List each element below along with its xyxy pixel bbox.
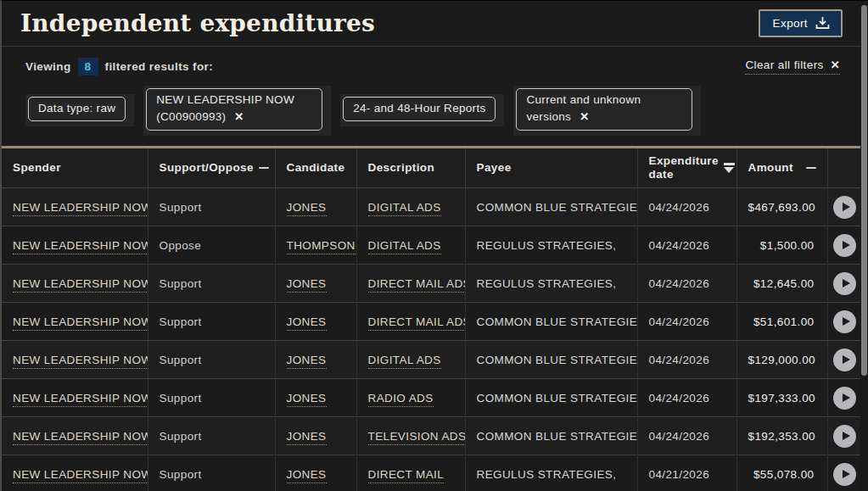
- column-header-candidate[interactable]: Candidate: [275, 148, 356, 188]
- expenditures-table: SpenderSupport/OpposeCandidateDescriptio…: [2, 148, 862, 491]
- column-header-expenditure-date[interactable]: Expenditure date: [637, 148, 736, 188]
- support-oppose-cell: Support: [148, 417, 275, 455]
- vertical-scrollbar[interactable]: [860, 1, 868, 491]
- description-link[interactable]: DIGITAL ADS: [368, 354, 441, 369]
- download-icon: [815, 16, 830, 30]
- filter-tag-box: NEW LEADERSHIP NOW (C00900993)✕: [146, 88, 322, 131]
- payee-cell: COMMON BLUE STRATEGIES,: [465, 341, 637, 379]
- candidate-cell: JONES: [275, 379, 356, 417]
- spender-link[interactable]: NEW LEADERSHIP NOW: [13, 354, 148, 369]
- description-link[interactable]: DIRECT MAIL: [368, 468, 445, 483]
- expand-cell: [827, 455, 862, 491]
- spender-cell: NEW LEADERSHIP NOW: [2, 455, 148, 491]
- candidate-link[interactable]: JONES: [287, 354, 327, 369]
- expenditure-date-cell: 04/24/2026: [637, 341, 736, 379]
- spender-link[interactable]: NEW LEADERSHIP NOW: [13, 239, 148, 254]
- filter-tag-box: 24- and 48-Hour Reports: [343, 97, 496, 121]
- clear-all-filters-button[interactable]: Clear all filters ✕: [745, 59, 840, 75]
- spender-cell: NEW LEADERSHIP NOW: [2, 417, 148, 455]
- row-play-button[interactable]: [833, 463, 856, 486]
- minus-sort-icon[interactable]: [259, 167, 269, 169]
- support-oppose-cell: Support: [148, 455, 275, 491]
- column-header-inner: Candidate: [287, 161, 345, 175]
- candidate-link[interactable]: JONES: [287, 392, 327, 407]
- payee-cell: REGULUS STRATEGIES,: [465, 455, 637, 491]
- spender-link[interactable]: NEW LEADERSHIP NOW: [13, 392, 148, 407]
- play-icon: [843, 470, 850, 478]
- filter-tag-label: NEW LEADERSHIP NOW (C00900993): [156, 93, 294, 123]
- expand-column-header: [827, 148, 862, 188]
- play-icon: [843, 241, 850, 249]
- column-header-amount[interactable]: Amount: [736, 148, 827, 188]
- expenditure-date-cell: 04/24/2026: [637, 379, 736, 417]
- spender-link[interactable]: NEW LEADERSHIP NOW: [13, 430, 148, 445]
- result-count-badge: 8: [78, 58, 98, 75]
- row-play-button[interactable]: [833, 196, 856, 219]
- description-link[interactable]: DIRECT MAIL ADS: [368, 277, 466, 293]
- row-play-button[interactable]: [833, 310, 856, 333]
- row-play-button[interactable]: [833, 234, 856, 257]
- column-header-label: Spender: [13, 161, 61, 175]
- minus-sort-icon[interactable]: [806, 167, 816, 169]
- description-cell: DIGITAL ADS: [356, 341, 465, 379]
- candidate-link[interactable]: JONES: [287, 277, 327, 293]
- spender-link[interactable]: NEW LEADERSHIP NOW: [13, 315, 148, 331]
- page-title: Independent expenditures: [20, 9, 375, 37]
- candidate-link[interactable]: JONES: [287, 468, 327, 483]
- description-link[interactable]: DIGITAL ADS: [368, 201, 441, 216]
- spender-link[interactable]: NEW LEADERSHIP NOW: [13, 277, 148, 293]
- clear-all-label: Clear all filters: [745, 59, 823, 71]
- candidate-cell: JONES: [275, 265, 356, 303]
- scrollbar-thumb[interactable]: [861, 5, 867, 376]
- title-bar: Independent expenditures Export: [2, 1, 868, 47]
- description-cell: TELEVISION ADS: [356, 417, 465, 455]
- filter-tag-box: Data type: raw: [28, 97, 126, 121]
- description-link[interactable]: DIRECT MAIL ADS: [368, 315, 466, 331]
- filter-tag: Current and unknown versions✕: [513, 86, 701, 136]
- play-icon: [843, 393, 850, 402]
- description-link[interactable]: DIGITAL ADS: [368, 239, 441, 254]
- column-header-spender[interactable]: Spender: [2, 148, 148, 188]
- column-header-payee[interactable]: Payee: [465, 148, 637, 188]
- play-icon: [843, 203, 850, 211]
- column-header-label: Payee: [477, 161, 512, 175]
- table-row: NEW LEADERSHIP NOWSupportJONESTELEVISION…: [2, 417, 862, 455]
- expenditure-date-cell: 04/24/2026: [637, 226, 736, 265]
- remove-filter-icon[interactable]: ✕: [234, 110, 244, 123]
- table-row: NEW LEADERSHIP NOWSupportJONESDIGITAL AD…: [2, 188, 862, 226]
- description-link[interactable]: RADIO ADS: [368, 392, 434, 407]
- candidate-link[interactable]: THOMPSON: [287, 239, 356, 254]
- spender-link[interactable]: NEW LEADERSHIP NOW: [13, 468, 148, 483]
- support-oppose-cell: Oppose: [148, 226, 275, 265]
- sort-descending-icon[interactable]: [724, 163, 735, 173]
- support-oppose-cell: Support: [148, 265, 275, 303]
- filter-tag: 24- and 48-Hour Reports: [340, 94, 504, 126]
- payee-cell: COMMON BLUE STRATEGIES,: [465, 417, 637, 455]
- payee-cell: COMMON BLUE STRATEGIES,: [465, 379, 637, 417]
- table-body: NEW LEADERSHIP NOWSupportJONESDIGITAL AD…: [2, 188, 862, 491]
- filter-tag: Data type: raw: [25, 94, 134, 126]
- row-play-button[interactable]: [833, 387, 856, 410]
- amount-cell: $192,353.00: [736, 417, 827, 455]
- description-cell: DIRECT MAIL ADS: [356, 303, 465, 341]
- amount-cell: $1,500.00: [736, 226, 827, 265]
- candidate-link[interactable]: JONES: [287, 315, 327, 331]
- play-icon: [843, 279, 850, 287]
- description-link[interactable]: TELEVISION ADS: [368, 430, 466, 445]
- candidate-link[interactable]: JONES: [287, 201, 327, 216]
- candidate-cell: JONES: [275, 455, 356, 491]
- row-play-button[interactable]: [833, 349, 856, 371]
- filtered-results-label: filtered results for:: [105, 60, 214, 73]
- spender-link[interactable]: NEW LEADERSHIP NOW: [13, 201, 148, 216]
- remove-filter-icon[interactable]: ✕: [580, 110, 589, 123]
- support-oppose-cell: Support: [148, 341, 275, 379]
- description-cell: DIGITAL ADS: [356, 226, 465, 265]
- description-cell: DIGITAL ADS: [356, 188, 465, 226]
- candidate-link[interactable]: JONES: [287, 430, 327, 445]
- column-header-description[interactable]: Description: [356, 148, 465, 188]
- row-play-button[interactable]: [833, 425, 856, 448]
- export-button[interactable]: Export: [759, 9, 843, 37]
- column-header-support-oppose[interactable]: Support/Oppose: [148, 148, 275, 188]
- amount-cell: $55,078.00: [736, 455, 827, 491]
- row-play-button[interactable]: [833, 272, 856, 295]
